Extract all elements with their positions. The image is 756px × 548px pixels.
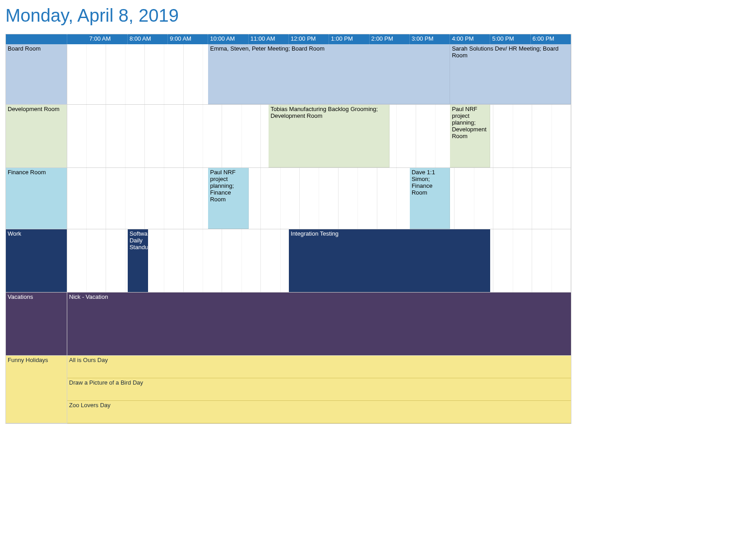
time-header: 3:00 PM — [410, 34, 450, 44]
event[interactable]: Paul NRF project planning; Finance Room — [208, 168, 248, 229]
event[interactable]: Paul NRF project planning; Development R… — [450, 105, 490, 167]
row-funny-holidays: Funny Holidays All is Ours DayDraw a Pic… — [6, 356, 571, 423]
time-header-row: 7:00 AM8:00 AM9:00 AM10:00 AM11:00 AM12:… — [6, 34, 571, 44]
time-header: 7:00 AM — [88, 34, 128, 44]
time-header: 6:00 PM — [531, 34, 571, 44]
room-label: Finance Room — [6, 168, 67, 229]
event[interactable]: Nick - Vacation — [67, 293, 571, 355]
event[interactable]: Dave 1:1 Simon; Finance Room — [410, 168, 450, 229]
page-title: Monday, April 8, 2019 — [5, 5, 751, 26]
time-header: 10:00 AM — [208, 34, 248, 44]
time-header: 5:00 PM — [490, 34, 530, 44]
event[interactable]: Emma, Steven, Peter Meeting; Board Room — [208, 44, 450, 104]
room-label: Work — [6, 229, 67, 293]
row-body[interactable]: Tobias Manufacturing Backlog Grooming; D… — [67, 105, 571, 168]
room-label: Board Room — [6, 44, 67, 105]
row-body[interactable]: Nick - Vacation — [67, 293, 571, 356]
time-header: 2:00 PM — [370, 34, 410, 44]
row-board-room: Board RoomEmma, Steven, Peter Meeting; B… — [6, 44, 571, 105]
holiday-label: Zoo Lovers Day — [67, 401, 571, 409]
time-header: 8:00 AM — [128, 34, 168, 44]
holiday-label: All is Ours Day — [67, 356, 571, 364]
row-body[interactable]: Emma, Steven, Peter Meeting; Board RoomS… — [67, 44, 571, 105]
holiday-label: Draw a Picture of a Bird Day — [67, 378, 571, 387]
event[interactable]: Tobias Manufacturing Backlog Grooming; D… — [269, 105, 390, 167]
row-development-room: Development RoomTobias Manufacturing Bac… — [6, 105, 571, 168]
event[interactable]: Integration Testing — [289, 229, 490, 292]
row-finance-room: Finance RoomPaul NRF project planning; F… — [6, 168, 571, 229]
header-room-spacer — [6, 34, 67, 44]
time-header: 1:00 PM — [329, 34, 369, 44]
event[interactable]: Software Daily Standup — [128, 229, 148, 292]
row-vacations: VacationsNick - Vacation — [6, 293, 571, 356]
room-label: Vacations — [6, 293, 67, 356]
time-header: 4:00 PM — [450, 34, 490, 44]
row-body[interactable]: Paul NRF project planning; Finance RoomD… — [67, 168, 571, 229]
row-work: WorkSoftware Daily StandupIntegration Te… — [6, 229, 571, 293]
room-label: Funny Holidays — [6, 356, 67, 423]
holiday-item[interactable]: All is Ours Day — [67, 356, 571, 378]
event[interactable]: Sarah Solutions Dev/ HR Meeting; Board R… — [450, 44, 571, 104]
holiday-item[interactable]: Zoo Lovers Day — [67, 401, 571, 423]
holiday-item[interactable]: Draw a Picture of a Bird Day — [67, 378, 571, 401]
time-header: 11:00 AM — [249, 34, 289, 44]
room-label: Development Room — [6, 105, 67, 168]
time-header: 9:00 AM — [168, 34, 208, 44]
calendar: 7:00 AM8:00 AM9:00 AM10:00 AM11:00 AM12:… — [5, 34, 571, 424]
time-header: 12:00 PM — [289, 34, 329, 44]
row-body[interactable]: Software Daily StandupIntegration Testin… — [67, 229, 571, 293]
